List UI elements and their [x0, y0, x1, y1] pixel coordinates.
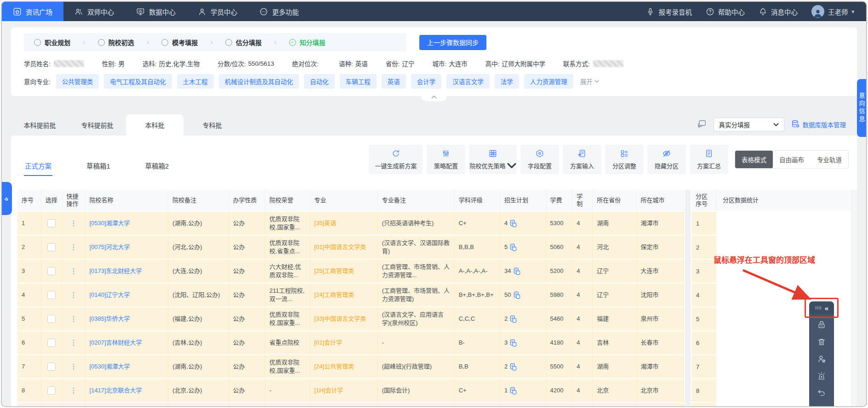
major-tag[interactable]: 土木工程: [177, 74, 214, 89]
fill-mode-select[interactable]: 真实分填报: [714, 118, 784, 131]
plan-tab[interactable]: 草稿箱2: [144, 156, 170, 176]
messages-button[interactable]: 消息中心: [759, 7, 798, 17]
major-link[interactable]: [25]工商管理类: [314, 267, 354, 275]
plan-tab[interactable]: 正式方案: [24, 156, 52, 176]
row-checkbox[interactable]: [47, 291, 56, 299]
quick-actions-button[interactable]: ⋮: [70, 386, 77, 395]
quick-actions-button[interactable]: ⋮: [70, 266, 77, 276]
plan-detail-icon[interactable]: [510, 339, 517, 347]
quick-actions-button[interactable]: ⋮: [70, 243, 77, 252]
major-tag[interactable]: 车辆工程: [340, 74, 377, 89]
plan-summary-button[interactable]: 方案汇总: [690, 145, 728, 174]
nav-item-data-center[interactable]: 数据中心: [125, 2, 187, 21]
recorder-button[interactable]: 报考录音机: [646, 7, 692, 17]
table-row[interactable]: 5 ⋮ [0385]华侨大学 (福建,公办) 公办 优质双非院校,国家重... …: [17, 307, 684, 330]
major-tag[interactable]: 英语: [382, 74, 406, 89]
major-tag[interactable]: 电气工程及其自动化: [104, 74, 172, 89]
college-link[interactable]: [0530]湘潭大学: [89, 363, 130, 371]
batch-tab[interactable]: 专科提前批: [69, 114, 126, 136]
collapse-card-button[interactable]: [421, 93, 447, 101]
generate-plan-button[interactable]: 一键生成新方案: [369, 145, 423, 174]
stepper-step[interactable]: › ✓ 职业规划: [34, 38, 70, 47]
table-row[interactable]: ⋮ 六大财经,优...: [17, 403, 684, 407]
strategy-config-button[interactable]: 策略配置: [427, 145, 465, 174]
plan-detail-icon[interactable]: [510, 315, 517, 323]
hide-partition-button[interactable]: 隐藏分区: [647, 145, 686, 174]
table-row[interactable]: 1 ⋮ [0530]湘潭大学 (湖南,公办) 公办 优质双非院校,国家重... …: [17, 212, 684, 235]
plan-tab[interactable]: 草稿箱1: [86, 156, 111, 176]
college-link[interactable]: [0173]东北财经大学: [89, 267, 142, 275]
row-checkbox[interactable]: [47, 339, 56, 347]
collapse-icon[interactable]: «: [825, 305, 828, 312]
plan-detail-icon[interactable]: [510, 387, 517, 395]
quick-actions-button[interactable]: ⋮: [70, 314, 77, 323]
row-checkbox[interactable]: [47, 243, 56, 251]
lock-icon[interactable]: [817, 320, 826, 329]
plan-detail-icon[interactable]: [510, 244, 517, 251]
college-link[interactable]: [0207]吉林财经大学: [89, 339, 142, 347]
quick-actions-button[interactable]: ⋮: [70, 290, 77, 300]
major-tag[interactable]: 机械设计制造及其自动化: [219, 74, 299, 89]
trash-icon[interactable]: [817, 337, 826, 346]
major-link[interactable]: [33]中国语言文学类: [314, 315, 366, 323]
expand-toggle[interactable]: 展开: [580, 77, 599, 86]
view-mode-button[interactable]: 自由画布: [773, 151, 811, 168]
field-config-button[interactable]: 字段配置: [520, 145, 559, 174]
stepper-step[interactable]: › ✓ 估分填报: [198, 38, 262, 47]
table-row[interactable]: 4 ⋮ [0140]辽宁大学 (沈阳、辽阳,公办) 公办 211工程院校,双一流…: [17, 283, 684, 306]
quick-actions-button[interactable]: ⋮: [70, 362, 77, 371]
table-row[interactable]: 2 ⋮ [0075]河北大学 (河北,公办) 公办 优质双非院校,省重点... …: [17, 236, 684, 259]
db-version-manage-link[interactable]: 数据库版本管理: [791, 119, 846, 130]
plan-detail-icon[interactable]: [514, 291, 520, 299]
plan-detail-icon[interactable]: [510, 363, 517, 371]
batch-tab[interactable]: 专科批: [183, 114, 241, 136]
quick-actions-button[interactable]: ⋮: [70, 219, 77, 228]
major-tag[interactable]: 自动化: [304, 74, 335, 89]
plan-detail-icon[interactable]: [514, 267, 520, 275]
college-link[interactable]: [0530]湘潭大学: [89, 219, 130, 227]
stepper-step[interactable]: › ✓ 模考填报: [134, 38, 198, 47]
table-row[interactable]: 6 ⋮ [0207]吉林财经大学 (吉林,公办) 公办 省重点院校 [01]会计…: [17, 331, 684, 354]
remove-user-icon[interactable]: [817, 354, 826, 363]
major-link[interactable]: [35]英语: [314, 219, 337, 227]
table-row[interactable]: 8 ⋮ [1417]北京联合大学 (北京,公办) 公办 - [1H]会计学 (国…: [17, 379, 684, 402]
row-checkbox[interactable]: [47, 315, 56, 323]
table-row[interactable]: 3 ⋮ [0173]东北财经大学 (大连,公办) 公办 六大财经,优质双非院..…: [17, 260, 684, 283]
nav-item-teachers-center[interactable]: 双师中心: [63, 2, 125, 21]
undo-icon[interactable]: [817, 388, 826, 397]
row-checkbox[interactable]: [47, 386, 56, 395]
switch-fill-mode-icon[interactable]: [697, 119, 707, 130]
row-checkbox[interactable]: [47, 267, 56, 275]
major-link[interactable]: [24]工商管理类: [314, 291, 354, 299]
college-link[interactable]: [0385]华侨大学: [89, 315, 130, 323]
stepper-step[interactable]: › ✓ 院校初选: [70, 38, 134, 47]
nav-item-student-center[interactable]: 学员中心: [187, 2, 248, 21]
major-tag[interactable]: 汉语言文学: [446, 74, 490, 89]
table-row[interactable]: 7 ⋮ [0530]湘潭大学 (湖南,公办) 公办 优质双非院校,国家重... …: [17, 355, 684, 378]
alarm-icon[interactable]: [817, 371, 826, 380]
major-tag[interactable]: 会计学: [411, 74, 442, 89]
college-link[interactable]: [1417]北京联合大学: [89, 386, 142, 395]
view-mode-button[interactable]: 专业轨道: [811, 151, 848, 168]
left-edge-expand-tab[interactable]: »: [2, 182, 12, 215]
major-tag[interactable]: 法学: [495, 74, 519, 89]
plan-input-button[interactable]: 方案输入: [563, 145, 601, 174]
quick-actions-button[interactable]: ⋮: [70, 338, 77, 347]
table-vertical-scrollbar[interactable]: [685, 190, 691, 406]
major-tag[interactable]: 人力资源管理: [524, 74, 573, 89]
user-menu[interactable]: 王老师 ▾: [811, 5, 854, 18]
major-link[interactable]: [01]中国语言文学类: [314, 243, 366, 251]
partition-adjust-button[interactable]: 分区调整: [605, 145, 644, 174]
nav-item-more-functions[interactable]: 更多功能: [248, 2, 310, 21]
major-link[interactable]: [24]公共管理类: [314, 363, 354, 371]
row-checkbox[interactable]: [47, 219, 56, 227]
stepper-step[interactable]: › ✓ 知分填报: [262, 38, 326, 47]
view-mode-button[interactable]: 表格模式: [735, 151, 773, 168]
major-link[interactable]: [01]会计学: [314, 339, 343, 347]
batch-tab[interactable]: 本科批: [126, 114, 183, 136]
sync-previous-step-button[interactable]: 上一步骤数据同步: [419, 35, 486, 50]
college-link[interactable]: [0075]河北大学: [89, 243, 130, 251]
major-link[interactable]: [1H]会计学: [314, 386, 343, 395]
major-tag[interactable]: 公共管理类: [56, 74, 99, 89]
batch-tab[interactable]: 本科提前批: [11, 114, 69, 136]
